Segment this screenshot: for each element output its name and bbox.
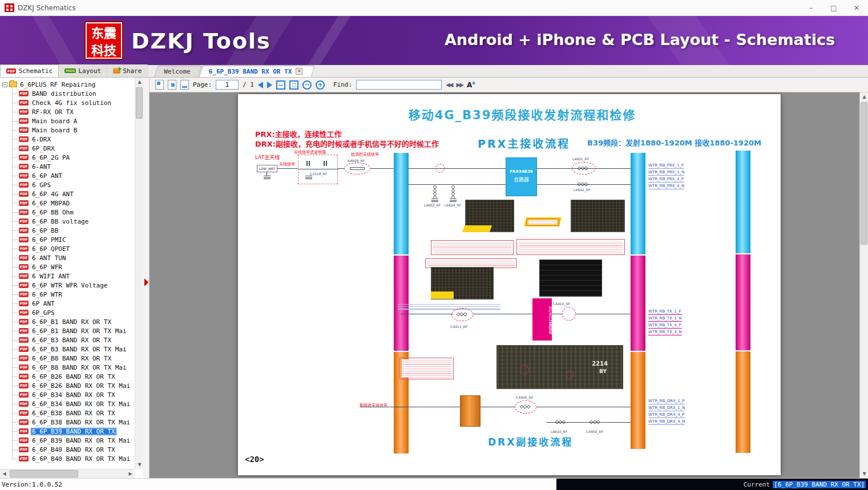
ground-symbol [431,199,438,203]
scroll-up-icon[interactable]: ▲ [135,78,144,86]
tree-item[interactable]: PDF6_6P BB [0,226,135,235]
scroll-left-icon[interactable]: ◀ [0,469,9,478]
tree-item[interactable]: PDF6_6P_B39 BAND RX OR TX [0,427,135,436]
next-page-button[interactable] [267,82,272,88]
tree-item[interactable]: PDF6_6P_B8 BAND RX OR TX [0,354,135,363]
collapse-icon[interactable]: − [2,82,7,87]
zoom-out-button[interactable]: − [302,80,312,90]
tree-item[interactable]: PDF6_6P_B3 BAND RX OR TX [0,335,135,345]
tree-root[interactable]: − 6_6PLUS RF Repairing [0,80,135,89]
tree-horizontal-scrollbar[interactable]: ◀ ▶ [0,469,135,478]
text-size-button[interactable]: Aa [467,80,475,89]
titlebar: DZKJ Schematics – □ ✕ [0,0,868,16]
tree-item[interactable]: PDFCheck 4G fix solution [0,98,135,107]
tree-item[interactable]: PDF6_6P_B8 BAND RX OR TX Mai [0,363,135,372]
doc-tab-welcome[interactable]: Welcome [156,66,200,77]
tree-item-label: 6_6P_B38 BAND RX OR TX Mai [31,419,131,426]
pdf-icon: PDF [19,438,29,443]
fit-width-button[interactable]: ↔ [276,80,285,90]
tab-layout[interactable]: PADS Layout [59,64,107,77]
tree-item[interactable]: PDF6 GPS [0,180,135,189]
tree-item[interactable]: PDF6_6P_B40 BAND RX OR TX Mai [0,454,135,463]
tree-item[interactable]: PDF6_6P ANT [0,171,135,180]
collapse-panel-icon[interactable] [144,278,148,286]
panel-splitter[interactable] [143,78,149,478]
tree-item-label: 6_6P_B26 BAND RX OR TX [31,373,116,380]
tree-item[interactable]: PDF6 ANT TUN [0,253,135,262]
find-next-button[interactable]: ▶▶ [457,82,463,88]
tree-item[interactable]: PDF6_6P BB Ohm [0,208,135,217]
tree-item-label: BAND distribution [31,90,98,98]
tree-item[interactable]: PDF6_6P_B40 BAND RX OR TX [0,445,135,454]
pdf-icon: PDF [19,136,29,142]
pdf-icon: PDF [19,91,29,96]
tree-item[interactable]: PDF6P_DRX [0,144,135,153]
facing-page-view-button[interactable] [168,80,176,90]
fit-page-button[interactable]: □ [289,80,298,90]
highlight-marker [431,291,454,299]
tree-item[interactable]: PDFMain board B [0,125,135,135]
find-input[interactable] [356,80,442,90]
page-number-input[interactable] [216,80,239,90]
single-page-view-button[interactable] [155,80,164,90]
scroll-right-icon[interactable]: ▶ [126,469,135,478]
window-title: DZKJ Schematics [18,4,76,12]
tree-item[interactable]: PDF6_6P_B38 BAND RX OR TX Mai [0,418,135,427]
component-c4410: C4410_RF [553,302,570,306]
tree-item-label: 6 WIFI ANT [31,273,71,280]
minimize-button[interactable]: – [800,0,822,16]
tree-item[interactable]: PDF6_6P WFR [0,262,135,272]
maximize-button[interactable]: □ [822,0,845,16]
scroll-down-icon[interactable]: ▼ [135,460,144,469]
close-button[interactable]: ✕ [845,0,868,16]
tree-item[interactable]: PDF6_6P_B1 BAND RX OR TX Mai [0,326,135,335]
tree-item[interactable]: PDF6P_GPS [0,308,135,317]
tree-item[interactable]: PDF6_6P_B38 BAND RX OR TX [0,408,135,418]
scroll-up-icon[interactable]: ▲ [860,92,868,101]
close-tab-icon[interactable]: ✕ [296,68,302,75]
tree-item[interactable]: PDF6_6P PMIC [0,235,135,244]
continuous-view-button[interactable] [180,80,189,90]
viewer-vertical-scrollbar[interactable]: ▲ ▼ [859,92,868,478]
chip-photo [539,260,602,297]
tree-item[interactable]: PDFMain board A [0,116,135,125]
tree-item[interactable]: PDF6_6P QPOET [0,244,135,253]
tree-item[interactable]: PDF6_6P MBPAD [0,199,135,208]
tree-item[interactable]: PDF6_6P_B34 BAND RX OR TX Mai [0,399,135,408]
tree-item[interactable]: PDF6_6P_B3 BAND RX OR TX Mai [0,345,135,354]
tree-item[interactable]: PDF6_6P_B39 BAND RX OR TX Mai [0,436,135,445]
tab-share[interactable]: Share [107,64,148,77]
tree-item[interactable]: PDFBAND distribution [0,89,135,98]
window-controls: – □ ✕ [800,0,868,16]
pdf-canvas-area[interactable]: 移动4G_B39频段接收发射流程和检修 PRX:主接收，连续性工作 DRX:副接… [150,92,859,478]
tree-item[interactable]: PDF6_6P 4G ANT [0,189,135,199]
tree-item[interactable]: PDF6P ANT [0,299,135,308]
tab-schematic[interactable]: PDF Schematic [0,64,59,77]
tree-item[interactable]: PDF6_6P_B34 BAND RX OR TX [0,390,135,399]
tree-item[interactable]: PDF6 WIFI ANT [0,272,135,281]
wire [361,407,460,407]
viewer-scroll-thumb[interactable] [861,102,867,245]
tree-item[interactable]: PDF6_6P_B26 BAND RX OR TX Mai [0,381,135,390]
tree-item[interactable]: PDF6_6P_2G PA [0,153,135,162]
component-l4601: L4601_RF [572,157,589,161]
component-l4602: L4602_RF [574,188,590,192]
tree-item[interactable]: PDF6_6P WTR WFR Voltage [0,281,135,290]
tree-item[interactable]: PDF6_6P WTR [0,290,135,299]
tree-item[interactable]: PDF6-DRX [0,135,135,144]
find-previous-button[interactable]: ◀◀ [446,82,452,88]
scroll-down-icon[interactable]: ▼ [860,469,868,478]
tree-item[interactable]: PDF6_6P BB voltage [0,217,135,226]
tree-scroll-thumb[interactable] [136,87,143,119]
tree-hscroll-thumb[interactable] [10,470,78,477]
previous-page-button[interactable] [258,82,263,88]
tree-item[interactable]: PDF6_6P_B1 BAND RX OR TX [0,317,135,326]
pdf-viewer: Page: / 1 ↔ □ − + Find: ◀◀ ▶▶ Aa 移动4G_B3… [150,78,868,478]
tree-connector [13,322,18,322]
zoom-in-button[interactable]: + [316,80,325,90]
tree-item[interactable]: PDF6_6P_B26 BAND RX OR TX [0,372,135,381]
tree-item[interactable]: PDF6-ANT [0,162,135,171]
tree-item[interactable]: PDFRF-RX OR TX [0,107,135,116]
doc-tab-b39[interactable]: 6_6P_B39 BAND RX OR TX ✕ [201,66,313,77]
tree-vertical-scrollbar[interactable]: ▲ ▼ [135,78,143,469]
